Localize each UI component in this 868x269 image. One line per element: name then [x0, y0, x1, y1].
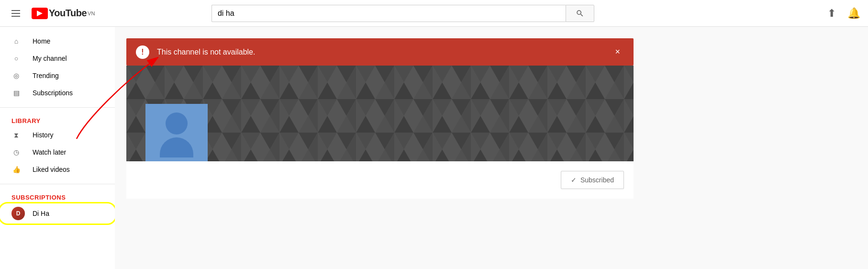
- sidebar-item-trending-label: Trending: [33, 72, 59, 79]
- header-left: YouTubeVN: [8, 6, 95, 21]
- channel-footer: ✓ Subscribed: [126, 161, 634, 199]
- sidebar-item-my-channel[interactable]: ○ My channel: [0, 50, 115, 67]
- channel-banner: [126, 66, 634, 161]
- divider-1: [0, 107, 115, 108]
- sidebar: ⌂ Home ○ My channel ◎ Trending ▤ Subscri…: [0, 27, 115, 269]
- subscriptions-icon: ▤: [11, 88, 21, 98]
- check-icon: ✓: [571, 176, 577, 184]
- subscriptions-label: SUBSCRIPTIONS: [0, 190, 115, 203]
- error-message: This channel is not available.: [157, 48, 611, 56]
- sidebar-item-home[interactable]: ⌂ Home: [0, 33, 115, 50]
- di-ha-name: Di Ha: [33, 210, 49, 217]
- avatar-head: [166, 112, 188, 134]
- main-content: ! This channel is not available. ×: [115, 27, 868, 269]
- menu-button[interactable]: [8, 6, 24, 21]
- upload-icon[interactable]: ⬆: [827, 7, 836, 20]
- notifications-icon[interactable]: 🔔: [847, 7, 860, 20]
- di-ha-avatar: D: [11, 207, 25, 220]
- sidebar-item-history[interactable]: ⧗ History: [0, 126, 115, 144]
- avatar-body: [160, 137, 193, 157]
- error-banner: ! This channel is not available. ×: [126, 38, 634, 66]
- divider-2: [0, 184, 115, 184]
- trending-icon: ◎: [11, 71, 21, 80]
- sidebar-item-watch-later-label: Watch later: [33, 148, 66, 156]
- error-icon: !: [136, 45, 149, 59]
- sidebar-item-trending[interactable]: ◎ Trending: [0, 67, 115, 84]
- sidebar-item-liked-label: Liked videos: [33, 166, 70, 173]
- sidebar-item-history-label: History: [33, 131, 54, 139]
- sidebar-item-watch-later[interactable]: ◷ Watch later: [0, 144, 115, 161]
- search-button[interactable]: [566, 5, 594, 22]
- header: YouTubeVN ⬆ 🔔: [0, 0, 868, 27]
- history-icon: ⧗: [11, 130, 21, 140]
- subscription-item-di-ha[interactable]: D Di Ha: [0, 203, 115, 224]
- subscribed-label: Subscribed: [580, 176, 614, 184]
- sidebar-item-home-label: Home: [33, 37, 50, 45]
- youtube-icon: [32, 8, 48, 19]
- library-label: LIBRARY: [0, 113, 115, 126]
- sidebar-item-subscriptions[interactable]: ▤ Subscriptions: [0, 84, 115, 101]
- sidebar-item-subscriptions-label: Subscriptions: [33, 89, 73, 97]
- home-icon: ⌂: [11, 36, 21, 46]
- logo-region: VN: [88, 11, 95, 16]
- person-icon: ○: [11, 54, 21, 63]
- logo-text: YouTube: [49, 8, 87, 19]
- sidebar-item-my-channel-label: My channel: [33, 55, 67, 62]
- channel-avatar: [145, 104, 208, 161]
- search-input[interactable]: [211, 5, 566, 22]
- error-close-button[interactable]: ×: [611, 45, 624, 59]
- header-right: ⬆ 🔔: [827, 7, 860, 20]
- sidebar-item-liked-videos[interactable]: 👍 Liked videos: [0, 161, 115, 178]
- logo[interactable]: YouTubeVN: [32, 8, 95, 19]
- search-icon: [576, 9, 584, 18]
- search-bar: [211, 5, 594, 22]
- subscribed-button[interactable]: ✓ Subscribed: [561, 171, 624, 189]
- liked-icon: 👍: [11, 165, 21, 174]
- watch-later-icon: ◷: [11, 147, 21, 157]
- channel-container: ✓ Subscribed: [126, 66, 634, 199]
